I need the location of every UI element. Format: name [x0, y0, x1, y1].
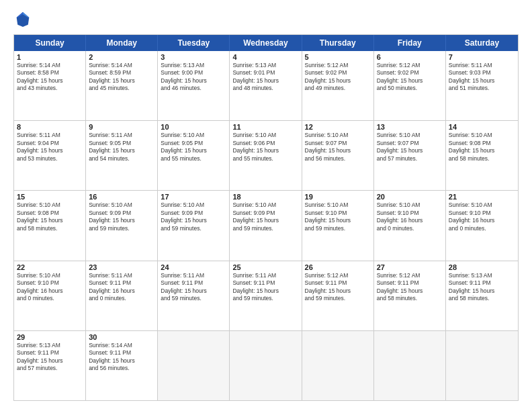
- day-info: Sunrise: 5:10 AM Sunset: 9:05 PM Dayligh…: [161, 132, 226, 163]
- day-info: Sunrise: 5:13 AM Sunset: 9:11 PM Dayligh…: [449, 272, 515, 303]
- day-info: Sunrise: 5:10 AM Sunset: 9:09 PM Dayligh…: [89, 201, 154, 232]
- day-number: 9: [89, 123, 154, 131]
- calendar-week-1: 1Sunrise: 5:14 AM Sunset: 8:58 PM Daylig…: [14, 51, 518, 121]
- day-cell-19: 19Sunrise: 5:10 AM Sunset: 9:10 PM Dayli…: [302, 191, 374, 260]
- day-info: Sunrise: 5:10 AM Sunset: 9:09 PM Dayligh…: [161, 201, 226, 232]
- day-cell-10: 10Sunrise: 5:10 AM Sunset: 9:05 PM Dayli…: [158, 121, 230, 190]
- day-cell-22: 22Sunrise: 5:10 AM Sunset: 9:10 PM Dayli…: [14, 261, 86, 330]
- day-cell-24: 24Sunrise: 5:11 AM Sunset: 9:11 PM Dayli…: [158, 261, 230, 330]
- day-info: Sunrise: 5:10 AM Sunset: 9:10 PM Dayligh…: [377, 201, 443, 232]
- day-number: 14: [449, 123, 515, 131]
- day-cell-16: 16Sunrise: 5:10 AM Sunset: 9:09 PM Dayli…: [86, 191, 158, 260]
- day-number: 17: [161, 193, 226, 201]
- day-number: 4: [232, 53, 298, 61]
- day-cell-9: 9Sunrise: 5:11 AM Sunset: 9:05 PM Daylig…: [86, 121, 158, 190]
- day-info: Sunrise: 5:13 AM Sunset: 9:11 PM Dayligh…: [17, 342, 83, 373]
- day-number: 11: [232, 123, 298, 131]
- day-cell-6: 6Sunrise: 5:12 AM Sunset: 9:02 PM Daylig…: [374, 51, 446, 120]
- day-info: Sunrise: 5:14 AM Sunset: 8:59 PM Dayligh…: [89, 62, 154, 93]
- day-cell-17: 17Sunrise: 5:10 AM Sunset: 9:09 PM Dayli…: [158, 191, 230, 260]
- header-day-tuesday: Tuesday: [158, 35, 230, 51]
- header-day-monday: Monday: [86, 35, 158, 51]
- empty-cell: [374, 331, 446, 400]
- day-info: Sunrise: 5:12 AM Sunset: 9:11 PM Dayligh…: [377, 272, 443, 303]
- calendar-body: 1Sunrise: 5:14 AM Sunset: 8:58 PM Daylig…: [14, 51, 518, 400]
- day-number: 10: [161, 123, 226, 131]
- logo-icon: [13, 10, 32, 29]
- empty-cell: [446, 331, 518, 400]
- day-info: Sunrise: 5:11 AM Sunset: 9:11 PM Dayligh…: [89, 272, 154, 303]
- header-day-friday: Friday: [374, 35, 446, 51]
- day-number: 28: [449, 263, 515, 271]
- day-cell-18: 18Sunrise: 5:10 AM Sunset: 9:09 PM Dayli…: [230, 191, 302, 260]
- logo: [13, 10, 35, 29]
- day-number: 12: [305, 123, 371, 131]
- day-number: 18: [232, 193, 298, 201]
- calendar-week-2: 8Sunrise: 5:11 AM Sunset: 9:04 PM Daylig…: [14, 121, 518, 191]
- day-cell-7: 7Sunrise: 5:11 AM Sunset: 9:03 PM Daylig…: [446, 51, 518, 120]
- day-cell-11: 11Sunrise: 5:10 AM Sunset: 9:06 PM Dayli…: [230, 121, 302, 190]
- day-number: 8: [17, 123, 83, 131]
- day-info: Sunrise: 5:11 AM Sunset: 9:04 PM Dayligh…: [17, 132, 83, 163]
- day-number: 5: [305, 53, 371, 61]
- day-number: 1: [17, 53, 83, 61]
- day-number: 30: [89, 333, 154, 341]
- day-info: Sunrise: 5:11 AM Sunset: 9:11 PM Dayligh…: [232, 272, 298, 303]
- day-number: 6: [377, 53, 443, 61]
- day-cell-27: 27Sunrise: 5:12 AM Sunset: 9:11 PM Dayli…: [374, 261, 446, 330]
- day-number: 25: [232, 263, 298, 271]
- day-number: 19: [305, 193, 371, 201]
- header-day-wednesday: Wednesday: [230, 35, 302, 51]
- header-day-saturday: Saturday: [446, 35, 518, 51]
- day-cell-2: 2Sunrise: 5:14 AM Sunset: 8:59 PM Daylig…: [86, 51, 158, 120]
- day-info: Sunrise: 5:12 AM Sunset: 9:11 PM Dayligh…: [305, 272, 371, 303]
- day-info: Sunrise: 5:11 AM Sunset: 9:11 PM Dayligh…: [161, 272, 226, 303]
- day-number: 13: [377, 123, 443, 131]
- day-number: 24: [161, 263, 226, 271]
- day-cell-29: 29Sunrise: 5:13 AM Sunset: 9:11 PM Dayli…: [14, 331, 86, 400]
- day-cell-1: 1Sunrise: 5:14 AM Sunset: 8:58 PM Daylig…: [14, 51, 86, 120]
- day-info: Sunrise: 5:14 AM Sunset: 8:58 PM Dayligh…: [17, 62, 83, 93]
- day-cell-13: 13Sunrise: 5:10 AM Sunset: 9:07 PM Dayli…: [374, 121, 446, 190]
- empty-cell: [230, 331, 302, 400]
- day-info: Sunrise: 5:10 AM Sunset: 9:06 PM Dayligh…: [232, 132, 298, 163]
- calendar-week-3: 15Sunrise: 5:10 AM Sunset: 9:08 PM Dayli…: [14, 191, 518, 261]
- day-number: 23: [89, 263, 154, 271]
- calendar: SundayMondayTuesdayWednesdayThursdayFrid…: [13, 34, 519, 401]
- calendar-week-5: 29Sunrise: 5:13 AM Sunset: 9:11 PM Dayli…: [14, 331, 518, 400]
- day-number: 2: [89, 53, 154, 61]
- day-info: Sunrise: 5:12 AM Sunset: 9:02 PM Dayligh…: [377, 62, 443, 93]
- header: [13, 10, 519, 29]
- day-cell-26: 26Sunrise: 5:12 AM Sunset: 9:11 PM Dayli…: [302, 261, 374, 330]
- day-number: 20: [377, 193, 443, 201]
- day-number: 22: [17, 263, 83, 271]
- calendar-week-4: 22Sunrise: 5:10 AM Sunset: 9:10 PM Dayli…: [14, 261, 518, 331]
- day-info: Sunrise: 5:11 AM Sunset: 9:05 PM Dayligh…: [89, 132, 154, 163]
- page: SundayMondayTuesdayWednesdayThursdayFrid…: [0, 0, 532, 411]
- day-cell-3: 3Sunrise: 5:13 AM Sunset: 9:00 PM Daylig…: [158, 51, 230, 120]
- day-info: Sunrise: 5:11 AM Sunset: 9:03 PM Dayligh…: [449, 62, 515, 93]
- day-number: 15: [17, 193, 83, 201]
- day-info: Sunrise: 5:13 AM Sunset: 9:00 PM Dayligh…: [161, 62, 226, 93]
- day-info: Sunrise: 5:10 AM Sunset: 9:10 PM Dayligh…: [305, 201, 371, 232]
- day-cell-4: 4Sunrise: 5:13 AM Sunset: 9:01 PM Daylig…: [230, 51, 302, 120]
- day-number: 3: [161, 53, 226, 61]
- day-cell-28: 28Sunrise: 5:13 AM Sunset: 9:11 PM Dayli…: [446, 261, 518, 330]
- empty-cell: [158, 331, 230, 400]
- day-cell-23: 23Sunrise: 5:11 AM Sunset: 9:11 PM Dayli…: [86, 261, 158, 330]
- day-info: Sunrise: 5:12 AM Sunset: 9:02 PM Dayligh…: [305, 62, 371, 93]
- day-cell-14: 14Sunrise: 5:10 AM Sunset: 9:08 PM Dayli…: [446, 121, 518, 190]
- day-cell-15: 15Sunrise: 5:10 AM Sunset: 9:08 PM Dayli…: [14, 191, 86, 260]
- day-number: 26: [305, 263, 371, 271]
- day-cell-21: 21Sunrise: 5:10 AM Sunset: 9:10 PM Dayli…: [446, 191, 518, 260]
- day-info: Sunrise: 5:10 AM Sunset: 9:10 PM Dayligh…: [449, 201, 515, 232]
- calendar-header: SundayMondayTuesdayWednesdayThursdayFrid…: [14, 35, 518, 51]
- day-cell-12: 12Sunrise: 5:10 AM Sunset: 9:07 PM Dayli…: [302, 121, 374, 190]
- header-day-thursday: Thursday: [302, 35, 374, 51]
- day-info: Sunrise: 5:10 AM Sunset: 9:08 PM Dayligh…: [449, 132, 515, 163]
- empty-cell: [302, 331, 374, 400]
- day-number: 27: [377, 263, 443, 271]
- day-cell-25: 25Sunrise: 5:11 AM Sunset: 9:11 PM Dayli…: [230, 261, 302, 330]
- day-cell-5: 5Sunrise: 5:12 AM Sunset: 9:02 PM Daylig…: [302, 51, 374, 120]
- day-info: Sunrise: 5:10 AM Sunset: 9:07 PM Dayligh…: [377, 132, 443, 163]
